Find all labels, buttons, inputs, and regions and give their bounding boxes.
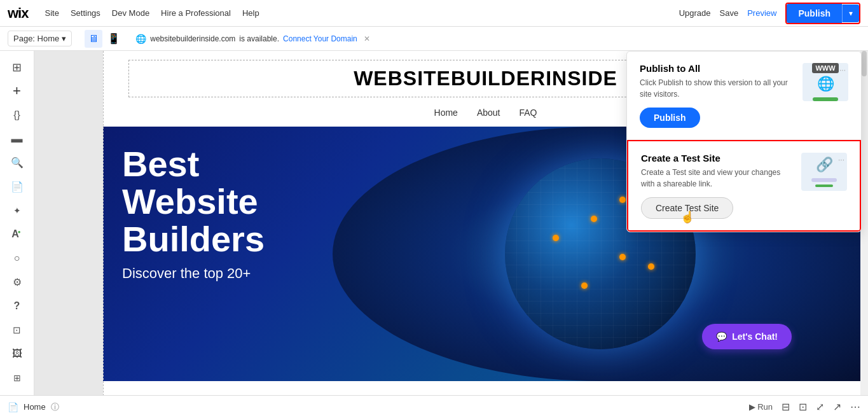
more-options-tool-icon[interactable]: ⋯ [850,401,860,413]
page-info-icon[interactable]: ⓘ [51,401,59,413]
nav-faq[interactable]: FAQ [519,108,537,118]
mobile-device-icon[interactable]: 📱 [105,30,123,48]
media-sidebar-icon[interactable]: ○ [6,248,29,268]
upgrade-button[interactable]: Upgrade [679,8,711,18]
page-label: Page: Home [13,34,59,43]
publish-dropdown-arrow[interactable]: ▾ [842,4,859,22]
thumb-bar-green [813,97,838,101]
globe-thumb-icon: 🌐 [817,76,834,92]
domain-bar: 🌐 websitebuilderinside.com is available.… [135,34,370,44]
nav-about[interactable]: About [477,108,500,118]
pages-sidebar-icon[interactable]: ⊞ [6,57,29,78]
site-navigation: Home About FAQ [434,108,537,118]
globe-dot-marker [648,263,654,270]
thumb-bar-blue [811,178,837,182]
page-bottom-icon: 📄 [8,402,18,412]
globe-dot-marker [553,235,559,241]
hero-heading: Best Website Builders [122,146,265,258]
bottom-page-label: Home [24,402,46,412]
elements-sidebar-icon[interactable]: ✦ [6,200,29,221]
secondary-bar: Page: Home ▾ 🖥 📱 🌐 websitebuilderinside.… [0,27,868,51]
run-button[interactable]: ▶ Run [749,402,773,412]
globe-dot-marker [581,282,588,289]
hero-text: Best Website Builders Discover the top 2… [122,146,265,282]
publish-group: Publish ▾ [785,3,860,24]
nav-right-actions: Upgrade Save Preview Publish ▾ [679,3,860,24]
test-site-title: Create a Test Site [641,153,792,164]
top-navigation: wix Site Settings Dev Mode Hire a Profes… [0,0,868,27]
chat-label: Let's Chat! [732,331,778,342]
expand-tool-icon[interactable]: ↗ [833,401,841,413]
publish-to-all-info: Publish to All Click Publish to show thi… [640,63,794,128]
help-sidebar-icon[interactable]: ? [6,296,29,316]
thumbnail-content: WWW 🌐 [812,63,838,101]
blog-sidebar-icon[interactable]: 📄 [6,177,29,197]
publish-action-button[interactable]: Publish [640,108,700,128]
globe-dot-marker [591,216,597,222]
publish-to-all-section: Publish to All Click Publish to show thi… [627,52,861,140]
editor-area: WEBSITEBUILDERINSIDE Home About FAQ [34,51,868,418]
chat-button[interactable]: 💬 Let's Chat! [702,324,792,349]
publish-dropdown-panel: Publish to All Click Publish to show thi… [626,51,862,232]
fit-tool-icon[interactable]: ⊡ [799,401,807,413]
dismiss-domain-bar-button[interactable]: ✕ [364,34,370,43]
page-dropdown-icon: ▾ [62,34,66,43]
chat-icon: 💬 [716,331,727,342]
hero-subtext: Discover the top 20+ [122,265,265,282]
test-thumbnail-dots-menu[interactable]: ··· [838,155,844,164]
globe-dot-marker [619,197,626,203]
thumbnail-dots-menu[interactable]: ··· [839,66,846,74]
nav-home[interactable]: Home [434,108,458,118]
fullscreen-tool-icon[interactable]: ⤢ [816,401,824,413]
scrollbar-thumb[interactable] [862,51,867,76]
link-thumb-icon: 🔗 [816,157,833,173]
create-test-site-section: Create a Test Site Create a Test site an… [627,140,861,232]
test-site-description: Create a Test site and view your changes… [641,167,792,190]
guide-line-left [103,51,104,418]
nav-help[interactable]: Help [242,8,259,18]
publish-to-all-description: Click Publish to show this version to al… [640,77,794,100]
add-elements-sidebar-icon[interactable]: + [6,81,29,102]
wix-logo: wix [8,5,28,22]
nav-hire-professional[interactable]: Hire a Professional [161,8,231,18]
connect-domain-link[interactable]: Connect Your Domain [283,34,357,43]
main-layout: ⊞ + {} ▬ 🔍 📄 ✦ A● ○ ⚙ ? ⊡ 🖼 ⊞ 🧳 WEBSITEB… [0,51,868,418]
domain-name: websitebuilderinside.com [150,34,235,43]
test-site-info: Create a Test Site Create a Test site an… [641,153,792,219]
tools-sidebar-icon[interactable]: ⚙ [6,272,29,293]
test-thumbnail-content: 🔗 [811,157,837,187]
bottom-bar: 📄 Home ⓘ ▶ Run ⊟ ⊡ ⤢ ↗ ⋯ [0,395,868,418]
bottom-tools: ▶ Run ⊟ ⊡ ⤢ ↗ ⋯ [749,401,860,413]
text-sidebar-icon[interactable]: A● [6,225,29,245]
left-sidebar: ⊞ + {} ▬ 🔍 📄 ✦ A● ○ ⚙ ? ⊡ 🖼 ⊞ 🧳 [0,51,34,418]
cursor-indicator: ☝ [680,210,694,224]
publish-button[interactable]: Publish [787,4,842,23]
page-selector[interactable]: Page: Home ▾ [8,31,72,46]
blocks-sidebar-icon[interactable]: ▬ [6,129,29,150]
www-badge: WWW [812,63,838,73]
nav-settings[interactable]: Settings [71,8,100,18]
grid-sidebar-icon[interactable]: ⊞ [6,368,29,388]
thumb-bar-green-small [815,185,833,187]
nav-devmode[interactable]: Dev Mode [112,8,149,18]
publish-to-all-thumbnail: ··· WWW 🌐 [803,63,848,101]
device-switcher: 🖥 📱 [85,30,123,48]
publish-to-all-title: Publish to All [640,63,794,74]
preview-button[interactable]: Preview [747,8,776,18]
search-sidebar-icon[interactable]: 🔍 [6,153,29,173]
grid-tool-icon[interactable]: ⊟ [782,401,790,413]
domain-status: is available. [239,34,279,43]
globe-dot-marker [619,254,626,260]
image-sidebar-icon[interactable]: 🖼 [6,344,29,364]
globe-icon: 🌐 [135,34,146,44]
app-market-sidebar-icon[interactable]: ⊡ [6,320,29,340]
code-sidebar-icon[interactable]: {} [6,105,29,125]
test-site-thumbnail: ··· 🔗 [801,153,847,191]
desktop-device-icon[interactable]: 🖥 [85,30,102,48]
nav-site[interactable]: Site [45,8,59,18]
save-button[interactable]: Save [720,8,739,18]
